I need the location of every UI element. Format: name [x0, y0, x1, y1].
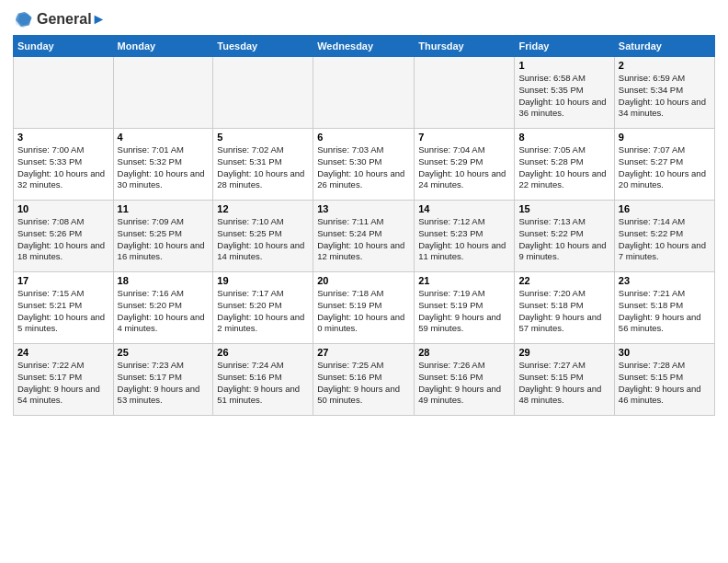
- calendar-week-3: 17Sunrise: 7:15 AM Sunset: 5:21 PM Dayli…: [14, 272, 715, 344]
- day-info: Sunrise: 7:14 AM Sunset: 5:22 PM Dayligh…: [619, 216, 711, 263]
- calendar-header-row: SundayMondayTuesdayWednesdayThursdayFrid…: [14, 36, 715, 57]
- calendar-cell: 12Sunrise: 7:10 AM Sunset: 5:25 PM Dayli…: [213, 201, 313, 272]
- day-info: Sunrise: 7:05 AM Sunset: 5:28 PM Dayligh…: [518, 144, 609, 191]
- day-info: Sunrise: 6:59 AM Sunset: 5:34 PM Dayligh…: [619, 73, 711, 120]
- day-number: 23: [619, 275, 711, 286]
- day-number: 4: [118, 132, 210, 143]
- day-info: Sunrise: 7:26 AM Sunset: 5:16 PM Dayligh…: [418, 360, 510, 407]
- day-info: Sunrise: 7:21 AM Sunset: 5:18 PM Dayligh…: [619, 288, 711, 335]
- header-saturday: Saturday: [614, 36, 714, 57]
- day-number: 19: [217, 275, 309, 286]
- calendar-cell: 25Sunrise: 7:23 AM Sunset: 5:17 PM Dayli…: [113, 344, 213, 416]
- calendar-cell: 19Sunrise: 7:17 AM Sunset: 5:20 PM Dayli…: [213, 272, 313, 344]
- day-number: 30: [619, 347, 711, 358]
- calendar-cell: 11Sunrise: 7:09 AM Sunset: 5:25 PM Dayli…: [113, 201, 213, 272]
- logo: General►: [13, 9, 106, 29]
- logo-icon: [13, 9, 33, 29]
- day-info: Sunrise: 7:23 AM Sunset: 5:17 PM Dayligh…: [118, 360, 210, 407]
- day-info: Sunrise: 7:18 AM Sunset: 5:19 PM Dayligh…: [317, 288, 410, 335]
- day-number: 25: [118, 347, 210, 358]
- calendar-cell: 9Sunrise: 7:07 AM Sunset: 5:27 PM Daylig…: [614, 129, 714, 201]
- day-info: Sunrise: 7:19 AM Sunset: 5:19 PM Dayligh…: [418, 288, 510, 335]
- day-info: Sunrise: 7:11 AM Sunset: 5:24 PM Dayligh…: [317, 216, 410, 263]
- calendar-cell: 30Sunrise: 7:28 AM Sunset: 5:15 PM Dayli…: [614, 344, 714, 416]
- day-number: 17: [17, 275, 109, 286]
- header-sunday: Sunday: [14, 36, 114, 57]
- calendar-cell: 3Sunrise: 7:00 AM Sunset: 5:33 PM Daylig…: [14, 129, 114, 201]
- day-info: Sunrise: 7:00 AM Sunset: 5:33 PM Dayligh…: [17, 144, 109, 191]
- calendar-cell: 20Sunrise: 7:18 AM Sunset: 5:19 PM Dayli…: [313, 272, 415, 344]
- day-number: 24: [17, 347, 109, 358]
- day-number: 29: [518, 347, 609, 358]
- calendar-cell: 16Sunrise: 7:14 AM Sunset: 5:22 PM Dayli…: [614, 201, 714, 272]
- day-number: 6: [317, 132, 410, 143]
- day-info: Sunrise: 7:03 AM Sunset: 5:30 PM Dayligh…: [317, 144, 410, 191]
- day-number: 8: [518, 132, 609, 143]
- calendar-cell: [213, 57, 313, 129]
- calendar-cell: 6Sunrise: 7:03 AM Sunset: 5:30 PM Daylig…: [313, 129, 415, 201]
- calendar-cell: 27Sunrise: 7:25 AM Sunset: 5:16 PM Dayli…: [313, 344, 415, 416]
- header-wednesday: Wednesday: [313, 36, 415, 57]
- day-number: 20: [317, 275, 410, 286]
- day-number: 22: [518, 275, 609, 286]
- logo-text: General►: [37, 11, 106, 28]
- calendar-cell: 26Sunrise: 7:24 AM Sunset: 5:16 PM Dayli…: [213, 344, 313, 416]
- day-info: Sunrise: 7:12 AM Sunset: 5:23 PM Dayligh…: [418, 216, 510, 263]
- day-info: Sunrise: 7:01 AM Sunset: 5:32 PM Dayligh…: [118, 144, 210, 191]
- header-tuesday: Tuesday: [213, 36, 313, 57]
- calendar-cell: [313, 57, 415, 129]
- day-info: Sunrise: 7:28 AM Sunset: 5:15 PM Dayligh…: [619, 360, 711, 407]
- calendar-week-1: 3Sunrise: 7:00 AM Sunset: 5:33 PM Daylig…: [14, 129, 715, 201]
- calendar-cell: 18Sunrise: 7:16 AM Sunset: 5:20 PM Dayli…: [113, 272, 213, 344]
- calendar-cell: 8Sunrise: 7:05 AM Sunset: 5:28 PM Daylig…: [515, 129, 614, 201]
- calendar-cell: 23Sunrise: 7:21 AM Sunset: 5:18 PM Dayli…: [614, 272, 714, 344]
- day-number: 2: [619, 60, 711, 71]
- header-monday: Monday: [113, 36, 213, 57]
- calendar-cell: 14Sunrise: 7:12 AM Sunset: 5:23 PM Dayli…: [415, 201, 515, 272]
- calendar-week-0: 1Sunrise: 6:58 AM Sunset: 5:35 PM Daylig…: [14, 57, 715, 129]
- day-info: Sunrise: 7:13 AM Sunset: 5:22 PM Dayligh…: [518, 216, 609, 263]
- calendar-cell: [14, 57, 114, 129]
- calendar-cell: 22Sunrise: 7:20 AM Sunset: 5:18 PM Dayli…: [515, 272, 614, 344]
- calendar-cell: 1Sunrise: 6:58 AM Sunset: 5:35 PM Daylig…: [515, 57, 614, 129]
- calendar-cell: 17Sunrise: 7:15 AM Sunset: 5:21 PM Dayli…: [14, 272, 114, 344]
- calendar-cell: 21Sunrise: 7:19 AM Sunset: 5:19 PM Dayli…: [415, 272, 515, 344]
- day-number: 9: [619, 132, 711, 143]
- day-info: Sunrise: 7:20 AM Sunset: 5:18 PM Dayligh…: [518, 288, 609, 335]
- day-info: Sunrise: 7:16 AM Sunset: 5:20 PM Dayligh…: [118, 288, 210, 335]
- day-number: 12: [217, 203, 309, 214]
- day-info: Sunrise: 7:07 AM Sunset: 5:27 PM Dayligh…: [619, 144, 711, 191]
- calendar-cell: 13Sunrise: 7:11 AM Sunset: 5:24 PM Dayli…: [313, 201, 415, 272]
- header: General►: [13, 9, 715, 29]
- calendar-cell: 5Sunrise: 7:02 AM Sunset: 5:31 PM Daylig…: [213, 129, 313, 201]
- day-number: 11: [118, 203, 210, 214]
- calendar-cell: 29Sunrise: 7:27 AM Sunset: 5:15 PM Dayli…: [515, 344, 614, 416]
- calendar-cell: 24Sunrise: 7:22 AM Sunset: 5:17 PM Dayli…: [14, 344, 114, 416]
- calendar-cell: 4Sunrise: 7:01 AM Sunset: 5:32 PM Daylig…: [113, 129, 213, 201]
- day-info: Sunrise: 7:25 AM Sunset: 5:16 PM Dayligh…: [317, 360, 410, 407]
- calendar-cell: [113, 57, 213, 129]
- calendar-cell: [415, 57, 515, 129]
- day-number: 13: [317, 203, 410, 214]
- day-number: 15: [518, 203, 609, 214]
- day-number: 10: [17, 203, 109, 214]
- day-info: Sunrise: 7:02 AM Sunset: 5:31 PM Dayligh…: [217, 144, 309, 191]
- calendar-table: SundayMondayTuesdayWednesdayThursdayFrid…: [13, 35, 715, 416]
- day-info: Sunrise: 7:09 AM Sunset: 5:25 PM Dayligh…: [118, 216, 210, 263]
- day-number: 1: [518, 60, 609, 71]
- header-friday: Friday: [515, 36, 614, 57]
- day-info: Sunrise: 7:15 AM Sunset: 5:21 PM Dayligh…: [17, 288, 109, 335]
- day-info: Sunrise: 6:58 AM Sunset: 5:35 PM Dayligh…: [518, 73, 609, 120]
- day-info: Sunrise: 7:10 AM Sunset: 5:25 PM Dayligh…: [217, 216, 309, 263]
- calendar-cell: 15Sunrise: 7:13 AM Sunset: 5:22 PM Dayli…: [515, 201, 614, 272]
- day-number: 26: [217, 347, 309, 358]
- day-number: 28: [418, 347, 510, 358]
- day-number: 7: [418, 132, 510, 143]
- day-number: 3: [17, 132, 109, 143]
- day-info: Sunrise: 7:17 AM Sunset: 5:20 PM Dayligh…: [217, 288, 309, 335]
- day-info: Sunrise: 7:27 AM Sunset: 5:15 PM Dayligh…: [518, 360, 609, 407]
- day-number: 14: [418, 203, 510, 214]
- calendar-cell: 2Sunrise: 6:59 AM Sunset: 5:34 PM Daylig…: [614, 57, 714, 129]
- day-number: 16: [619, 203, 711, 214]
- day-number: 5: [217, 132, 309, 143]
